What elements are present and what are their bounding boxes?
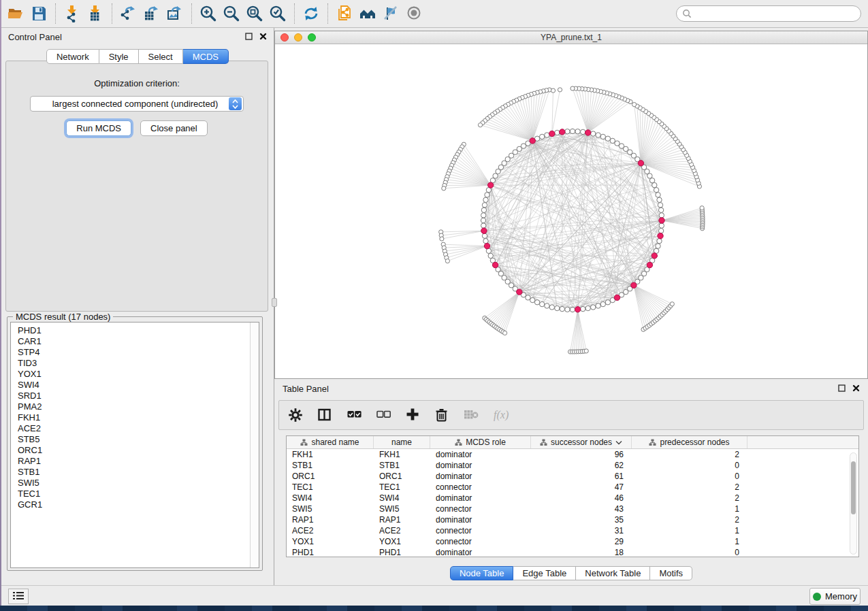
result-list-item[interactable]: SWI4 — [18, 380, 259, 391]
create-column-button[interactable] — [406, 408, 420, 422]
zoom-fit-button[interactable] — [243, 2, 266, 25]
export-network-button[interactable] — [117, 2, 140, 25]
close-panel-icon[interactable] — [852, 384, 860, 394]
cell-MCDS-role[interactable]: dominator — [430, 472, 531, 481]
column-header-successor-nodes[interactable]: successor nodes — [531, 436, 632, 448]
run-mcds-button[interactable]: Run MCDS — [66, 120, 131, 136]
cell-MCDS-role[interactable]: connector — [430, 537, 531, 546]
table-row[interactable]: STB1STB1dominator620 — [287, 460, 858, 471]
table-row[interactable]: PHD1PHD1dominator180 — [287, 547, 858, 557]
network-graph[interactable] — [275, 44, 867, 380]
cell-shared-name[interactable]: STB1 — [287, 461, 374, 470]
cell-shared-name[interactable]: ORC1 — [287, 472, 374, 481]
network-canvas[interactable] — [275, 44, 867, 378]
cell-MCDS-role[interactable]: dominator — [430, 548, 531, 557]
cell-name[interactable]: FKH1 — [374, 450, 430, 459]
cell-shared-name[interactable]: RAP1 — [287, 515, 374, 525]
network-home-button[interactable] — [356, 2, 379, 25]
result-list-item[interactable]: YOX1 — [18, 369, 259, 380]
hide-flags-button[interactable] — [379, 2, 402, 25]
mcds-result-list[interactable]: PHD1CAR1STP4TID3YOX1SWI4SRD1PMA2FKH1ACE2… — [10, 322, 259, 568]
search-box[interactable] — [676, 5, 861, 22]
tab-style[interactable]: Style — [99, 49, 139, 64]
delete-column-button[interactable] — [435, 408, 449, 422]
cell-shared-name[interactable]: YOX1 — [287, 537, 374, 546]
list-scrollbar[interactable] — [250, 323, 259, 567]
cell-predecessor-nodes[interactable]: 1 — [632, 504, 748, 514]
show-column-button[interactable] — [318, 408, 332, 422]
result-list-item[interactable]: ACE2 — [18, 423, 259, 434]
table-tab-edge-table[interactable]: Edge Table — [513, 566, 576, 580]
cell-name[interactable]: YOX1 — [374, 537, 430, 546]
cell-shared-name[interactable]: TEC1 — [287, 482, 374, 492]
cell-predecessor-nodes[interactable]: 0 — [632, 472, 748, 481]
save-session-button[interactable] — [27, 2, 50, 25]
cell-predecessor-nodes[interactable]: 2 — [632, 515, 748, 525]
select-all-columns-button[interactable] — [347, 408, 361, 422]
tab-mcds[interactable]: MCDS — [183, 49, 229, 64]
result-list-item[interactable]: RAP1 — [18, 456, 259, 467]
cell-name[interactable]: SWI5 — [374, 504, 430, 514]
cell-name[interactable]: PHD1 — [374, 548, 430, 557]
zoom-out-button[interactable] — [220, 2, 243, 25]
cell-MCDS-role[interactable]: dominator — [430, 461, 531, 470]
task-history-button[interactable] — [8, 589, 29, 604]
table-row[interactable]: ACE2ACE2connector311 — [287, 525, 858, 536]
result-list-item[interactable]: CAR1 — [18, 336, 259, 347]
toggle-visibility-button[interactable] — [402, 2, 425, 25]
cell-shared-name[interactable]: SWI5 — [287, 504, 374, 514]
tab-select[interactable]: Select — [139, 49, 183, 64]
cell-successor-nodes[interactable]: 18 — [531, 548, 632, 557]
cell-predecessor-nodes[interactable]: 2 — [632, 450, 748, 459]
cell-predecessor-nodes[interactable]: 2 — [632, 482, 748, 492]
cell-successor-nodes[interactable]: 43 — [531, 504, 632, 514]
memory-button[interactable]: Memory — [809, 588, 861, 605]
cell-successor-nodes[interactable]: 29 — [531, 537, 632, 546]
cell-name[interactable]: RAP1 — [374, 515, 430, 525]
cell-name[interactable]: ORC1 — [374, 472, 430, 481]
table-tab-node-table[interactable]: Node Table — [450, 566, 514, 580]
table-row[interactable]: SWI5SWI5connector431 — [287, 503, 858, 514]
cell-MCDS-role[interactable]: connector — [430, 482, 531, 492]
table-row[interactable]: TEC1TEC1connector472 — [287, 482, 858, 493]
search-input[interactable] — [692, 9, 855, 18]
result-list-item[interactable]: STP4 — [18, 347, 259, 358]
cell-successor-nodes[interactable]: 35 — [531, 515, 632, 525]
cell-successor-nodes[interactable]: 47 — [531, 482, 632, 492]
table-row[interactable]: FKH1FKH1dominator962 — [287, 449, 858, 460]
column-header-name[interactable]: name — [374, 436, 430, 448]
cell-successor-nodes[interactable]: 61 — [531, 472, 632, 481]
table-row[interactable]: ORC1ORC1dominator610 — [287, 471, 858, 482]
float-panel-icon[interactable] — [245, 32, 253, 42]
apply-layout-button[interactable] — [300, 2, 323, 25]
result-list-item[interactable]: SWI5 — [18, 478, 259, 489]
import-table-button[interactable] — [84, 2, 107, 25]
float-panel-icon[interactable] — [838, 384, 846, 394]
column-header-predecessor-nodes[interactable]: predecessor nodes — [632, 436, 748, 448]
import-network-button[interactable] — [61, 2, 84, 25]
close-panel-button[interactable]: Close panel — [140, 120, 208, 136]
cell-MCDS-role[interactable]: connector — [430, 504, 531, 514]
table-row[interactable]: SWI4SWI4dominator462 — [287, 493, 858, 503]
table-scrollbar[interactable] — [850, 452, 857, 555]
splitter-handle[interactable] — [272, 298, 277, 307]
cell-predecessor-nodes[interactable]: 1 — [632, 526, 748, 535]
unselect-all-columns-button[interactable] — [376, 408, 391, 422]
cell-shared-name[interactable]: SWI4 — [287, 493, 374, 503]
export-table-button[interactable] — [140, 2, 163, 25]
cell-MCDS-role[interactable]: dominator — [430, 493, 531, 503]
cell-predecessor-nodes[interactable]: 0 — [632, 461, 748, 470]
cell-name[interactable]: TEC1 — [374, 482, 430, 492]
table-row[interactable]: YOX1YOX1connector291 — [287, 536, 858, 547]
result-list-item[interactable]: PMA2 — [18, 401, 259, 412]
cell-shared-name[interactable]: PHD1 — [287, 548, 374, 557]
cell-successor-nodes[interactable]: 46 — [531, 493, 632, 503]
result-list-item[interactable]: SRD1 — [18, 391, 259, 401]
cell-MCDS-role[interactable]: dominator — [430, 515, 531, 525]
result-list-item[interactable]: TEC1 — [18, 489, 259, 499]
cell-successor-nodes[interactable]: 96 — [531, 450, 632, 459]
cell-successor-nodes[interactable]: 31 — [531, 526, 632, 535]
criterion-select[interactable]: largest connected component (undirected) — [30, 96, 244, 112]
zoom-in-button[interactable] — [197, 2, 220, 25]
column-header-MCDS-role[interactable]: MCDS role — [430, 436, 531, 448]
